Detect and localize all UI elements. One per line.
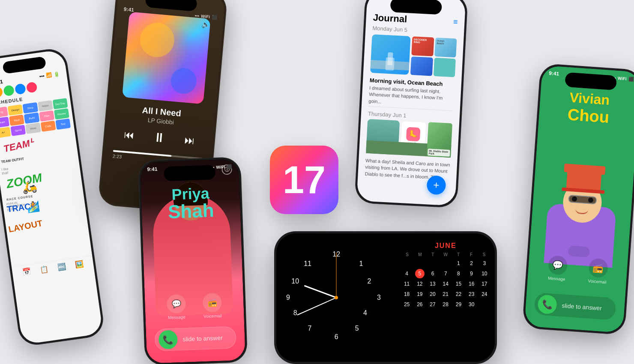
- cal-day: 18: [402, 289, 412, 299]
- cal-day: [402, 259, 412, 268]
- sched-cell: Meet: [9, 115, 24, 126]
- phone-priya: 9:41 ▪▪▪ WiFi ⬛ ⓘ Priya Shah 💬 Message 📻…: [138, 157, 248, 364]
- cal-day: [441, 259, 450, 268]
- calendar-grid: 1234567891011121314151617181920212223242…: [401, 259, 491, 309]
- dock-icon-1: 📅: [21, 267, 31, 277]
- priya-voicemail-action[interactable]: 📻 Voicemail: [203, 293, 222, 319]
- priya-wifi: WiFi: [216, 164, 225, 170]
- cal-day: 20: [428, 289, 437, 299]
- rewind-button[interactable]: ⏮: [123, 128, 135, 141]
- priya-contact-actions: 💬 Message 📻 Voicemail: [145, 292, 244, 321]
- priya-battery: ⬛: [227, 164, 232, 169]
- journal-photos-1: DECODERRING OceanBeach: [370, 34, 457, 77]
- memoji-avatar: [544, 169, 619, 268]
- music-battery: ⬛: [212, 15, 217, 20]
- sticker-like: I likethat!: [1, 167, 9, 176]
- volume-icon: 🔈: [201, 20, 211, 29]
- ios17-icon: 17: [270, 146, 338, 214]
- minute-hand: [297, 297, 336, 316]
- vivian-voicemail-action[interactable]: 📻 Voicemail: [588, 258, 608, 284]
- cal-day: 26: [415, 300, 425, 309]
- forward-button[interactable]: ⏭: [184, 134, 195, 147]
- cal-day: [428, 259, 437, 268]
- journal-menu-icon[interactable]: ≡: [453, 17, 458, 27]
- dynamic-island-priya: [164, 165, 215, 181]
- sched-cell: Prog: [0, 107, 8, 118]
- cal-day: 14: [441, 279, 450, 289]
- clock-area: 12 3 6 9 1 2 11 10 8 4 7 5: [276, 233, 397, 362]
- voicemail-label: Voicemail: [203, 313, 222, 319]
- sched-cell: Team: [0, 116, 9, 128]
- clock-2: 2: [368, 277, 371, 285]
- cal-day: 19: [415, 289, 425, 299]
- cal-day: 15: [454, 279, 463, 289]
- time-left: 9:41: [0, 78, 3, 86]
- vivian-name: Vivian Chou: [538, 88, 634, 129]
- battery-icon: 🔋: [53, 71, 60, 77]
- sched-cell: Notes: [38, 100, 53, 111]
- message-icon: 💬: [167, 294, 186, 314]
- phone-journal: Journal ≡ Monday Jun 5 DECODERRING Ocean…: [354, 0, 468, 208]
- sticker-area: TEAMᴸ Team Outfit I likethat! ZOOM RACE …: [0, 128, 92, 267]
- person-silhouette: [387, 52, 393, 66]
- cal-h-w: W: [439, 252, 452, 257]
- sched-cell: Build: [24, 113, 39, 124]
- decoder-label: DECODERRING: [412, 36, 434, 46]
- clock-8: 8: [293, 309, 297, 317]
- cal-h-s: S: [401, 252, 414, 257]
- cal-day: 25: [402, 300, 412, 309]
- hour-hand: [304, 285, 337, 298]
- clock-5: 5: [355, 325, 359, 332]
- clock-6: 6: [335, 333, 338, 341]
- dock-icon-2: 📋: [39, 265, 49, 274]
- priya-message-action[interactable]: 💬 Message: [167, 294, 186, 320]
- dock-icon-4: 🖼️: [75, 260, 84, 269]
- thumb-3: [410, 56, 433, 76]
- sched-cell: Plan: [39, 110, 54, 122]
- location-label: Mt. Diablo State Park: [428, 149, 450, 157]
- journal-photos-2: 🦶 Walk 9560 steps Mt. Diablo State Park: [366, 119, 452, 158]
- memoji-hat: [566, 169, 601, 192]
- priya-last-name: Shah: [141, 200, 240, 222]
- sticker-figure: 🏄: [26, 200, 41, 214]
- current-time: 2:23: [112, 153, 122, 159]
- clock-10: 10: [291, 277, 299, 285]
- priya-time: 9:41: [147, 166, 158, 173]
- priya-phone-btn: 📞: [158, 330, 178, 349]
- clock-3: 3: [377, 294, 381, 301]
- sched-cell: Review: [54, 108, 69, 119]
- cal-h-t2: T: [452, 252, 465, 257]
- priya-slide-to-answer[interactable]: 📞 slide to answer: [154, 326, 236, 352]
- cal-day: 6: [428, 269, 437, 278]
- pause-button[interactable]: ⏸: [153, 130, 167, 145]
- sticker-teamz: TEAMᴸ: [3, 137, 34, 155]
- vivian-time: 9:41: [549, 70, 559, 77]
- icon-circle-4: [26, 82, 38, 93]
- watch-content: 12 3 6 9 1 2 11 10 8 4 7 5: [276, 233, 495, 362]
- watch-calendar: JUNE S M T W T F S 123456789101112131415…: [397, 233, 495, 362]
- cal-day: 7: [441, 269, 450, 278]
- cal-day: 13: [428, 279, 437, 289]
- icon-circle-1: [0, 87, 3, 98]
- vivian-voicemail-icon: 📻: [588, 258, 608, 278]
- icon-circle-3: [15, 83, 26, 95]
- vivian-message-action[interactable]: 💬 Message: [547, 255, 568, 282]
- cal-day: 12: [415, 279, 425, 289]
- thumb-4: [433, 57, 456, 77]
- clock-4: 4: [363, 309, 367, 317]
- journal-photos-grid: DECODERRING OceanBeach: [410, 36, 457, 77]
- cal-day: 8: [454, 269, 463, 278]
- dynamic-island-journal: [390, 0, 442, 15]
- voicemail-icon: 📻: [203, 293, 222, 313]
- cal-day: 17: [480, 279, 489, 289]
- watch-device: 12 3 6 9 1 2 11 10 8 4 7 5: [274, 231, 497, 364]
- cal-day: 29: [454, 300, 463, 309]
- smile: [575, 209, 589, 215]
- message-label: Message: [168, 315, 185, 320]
- cal-day: [415, 259, 425, 268]
- cal-day: 2: [467, 259, 476, 268]
- sched-cell: Sprint: [11, 125, 26, 136]
- center-dot: [335, 296, 338, 299]
- clock-11: 11: [304, 260, 311, 268]
- walk-icon: 🦶: [406, 127, 421, 141]
